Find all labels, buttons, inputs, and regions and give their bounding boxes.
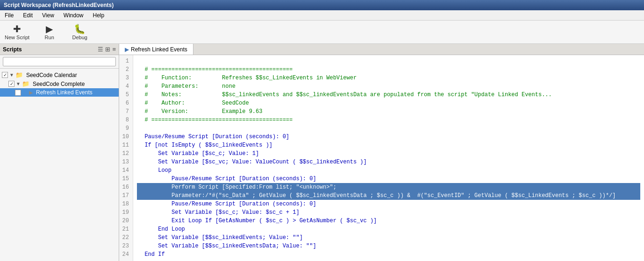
toolbar: ✚ New Script ▶ Run 🐛 Debug: [0, 21, 644, 44]
code-tab-label: Refresh Linked Events: [131, 46, 187, 53]
line-num-5: 5: [119, 91, 129, 99]
title-bar-label: Script Workspace (RefreshLinkedEvents): [4, 2, 114, 8]
code-line-19: Exit Loop If [GetAsNumber ( $sc_c ) > Ge…: [137, 217, 640, 225]
new-script-button[interactable]: ✚ New Script: [5, 24, 29, 40]
menu-edit[interactable]: Edit: [18, 11, 37, 20]
line-num-7: 7: [119, 107, 129, 116]
line-num-14: 14: [119, 166, 129, 175]
line-num-22: 22: [119, 233, 129, 242]
new-script-label: New Script: [5, 35, 29, 40]
code-line-9: [137, 124, 640, 133]
line-num-6: 6: [119, 99, 129, 107]
scripts-icon-list[interactable]: ☰: [98, 46, 103, 53]
folder-icon-seedcode-calendar: 📁: [15, 71, 23, 78]
scripts-panel-header: Scripts ☰ ⊞ ≡: [0, 44, 119, 55]
script-icon-refresh-linked-events: ▶: [29, 90, 33, 96]
line-num-19: 19: [119, 208, 129, 217]
code-line-15: Pause/Resume Script [Duration (seconds):…: [137, 175, 640, 183]
line-num-18: 18: [119, 200, 129, 208]
line-num-10: 10: [119, 133, 129, 141]
tab-icon: ▶: [125, 46, 129, 53]
debug-label: Debug: [72, 35, 87, 40]
code-line-3: # Function: Refreshes $$sc_LinkedEvents …: [137, 74, 640, 82]
code-line-20: End Loop: [137, 225, 640, 233]
code-line-17: Pause/Resume Script [Duration (seconds):…: [137, 200, 640, 208]
scripts-tree: ▼📁SeedCode Calendar▼📁SeedCode Complete▶R…: [0, 69, 119, 261]
code-line-5: # Notes: $$sc_linkedEvents and $$sc_link…: [137, 91, 640, 99]
line-num-2: 2: [119, 65, 129, 74]
code-line-16: Perform Script [Specified:From list; "<u…: [137, 183, 640, 200]
code-tab-refresh-linked-events[interactable]: ▶ Refresh Linked Events: [119, 44, 193, 55]
scripts-panel-title: Scripts: [3, 46, 22, 53]
line-num-9: 9: [119, 124, 129, 133]
line-num-16: 16: [119, 183, 129, 191]
code-line-12: Set Variable [$sc_c; Value: 1]: [137, 149, 640, 158]
search-input[interactable]: [3, 57, 116, 66]
main-layout: Scripts ☰ ⊞ ≡ ▼📁SeedCode Calendar▼📁SeedC…: [0, 44, 644, 261]
debug-button[interactable]: 🐛 Debug: [69, 24, 90, 40]
code-line-24: [137, 259, 640, 261]
tree-checkbox-seedcode-complete[interactable]: [8, 81, 14, 87]
code-line-4: # Parameters: none: [137, 82, 640, 91]
tree-label-seedcode-complete: SeedCode Complete: [33, 81, 85, 87]
line-num-8: 8: [119, 116, 129, 124]
code-line-22: Set Variable [$$sc_linkedEventsData; Val…: [137, 242, 640, 250]
code-line-18: Set Variable [$sc_c; Value: $sc_c + 1]: [137, 208, 640, 217]
code-tab-bar: ▶ Refresh Linked Events: [119, 44, 644, 55]
scripts-header-icons: ☰ ⊞ ≡: [98, 46, 116, 53]
code-line-8: # ======================================…: [137, 116, 640, 124]
line-num-1: 1: [119, 57, 129, 65]
tree-expand-seedcode-calendar[interactable]: ▼: [9, 72, 14, 78]
scripts-panel: Scripts ☰ ⊞ ≡ ▼📁SeedCode Calendar▼📁SeedC…: [0, 44, 119, 261]
line-num-17: 17: [119, 191, 129, 200]
menu-help[interactable]: Help: [88, 11, 109, 20]
tree-checkbox-refresh-linked-events[interactable]: [15, 90, 21, 96]
menu-view[interactable]: View: [37, 11, 59, 20]
scripts-icon-grid[interactable]: ⊞: [105, 46, 110, 53]
run-icon: ▶: [46, 24, 53, 34]
line-numbers: 123456789101112131415161718192021222324: [119, 55, 133, 261]
line-num-11: 11: [119, 141, 129, 149]
folder-icon-seedcode-complete: 📁: [22, 80, 29, 87]
code-content[interactable]: # ======================================…: [133, 55, 644, 261]
title-bar: Script Workspace (RefreshLinkedEvents): [0, 0, 644, 10]
code-line-10: Pause/Resume Script [Duration (seconds):…: [137, 133, 640, 141]
run-button[interactable]: ▶ Run: [39, 24, 60, 40]
line-num-23: 23: [119, 242, 129, 250]
line-num-3: 3: [119, 74, 129, 82]
menu-file[interactable]: File: [0, 11, 18, 20]
menu-bar: File Edit View Window Help: [0, 10, 644, 21]
menu-window[interactable]: Window: [59, 11, 88, 20]
line-num-24: 24: [119, 250, 129, 259]
line-num-4: 4: [119, 82, 129, 91]
line-num-15: 15: [119, 175, 129, 183]
code-line-14: Loop: [137, 166, 640, 175]
code-line-23: End If: [137, 250, 640, 259]
tree-checkbox-seedcode-calendar[interactable]: [2, 72, 8, 78]
code-line-21: Set Variable [$$sc_linkedEvents; Value: …: [137, 233, 640, 242]
code-line-1: [137, 57, 640, 65]
code-line-2: # ======================================…: [137, 65, 640, 74]
run-label: Run: [45, 35, 54, 40]
tree-item-refresh-linked-events[interactable]: ▶Refresh Linked Events: [0, 88, 119, 97]
scripts-icon-other[interactable]: ≡: [112, 46, 116, 53]
search-box: [0, 55, 119, 69]
code-body: 123456789101112131415161718192021222324 …: [119, 55, 644, 261]
line-num-20: 20: [119, 217, 129, 225]
code-line-11: If [not IsEmpty ( $$sc_linkedEvents )]: [137, 141, 640, 149]
line-num-13: 13: [119, 158, 129, 166]
line-num-21: 21: [119, 225, 129, 233]
tree-expand-seedcode-complete[interactable]: ▼: [16, 81, 21, 86]
new-script-icon: ✚: [13, 24, 21, 34]
line-num-12: 12: [119, 149, 129, 158]
tree-label-refresh-linked-events: Refresh Linked Events: [36, 89, 93, 96]
code-editor: ▶ Refresh Linked Events 1234567891011121…: [119, 44, 644, 261]
tree-label-seedcode-calendar: SeedCode Calendar: [26, 72, 77, 78]
tree-item-seedcode-complete[interactable]: ▼📁SeedCode Complete: [0, 79, 119, 88]
debug-icon: 🐛: [74, 24, 86, 34]
tree-item-seedcode-calendar[interactable]: ▼📁SeedCode Calendar: [0, 71, 119, 79]
code-line-7: # Version: Example 9.63: [137, 107, 640, 116]
code-line-6: # Author: SeedCode: [137, 99, 640, 107]
code-line-13: Set Variable [$sc_vc; Value: ValueCount …: [137, 158, 640, 166]
